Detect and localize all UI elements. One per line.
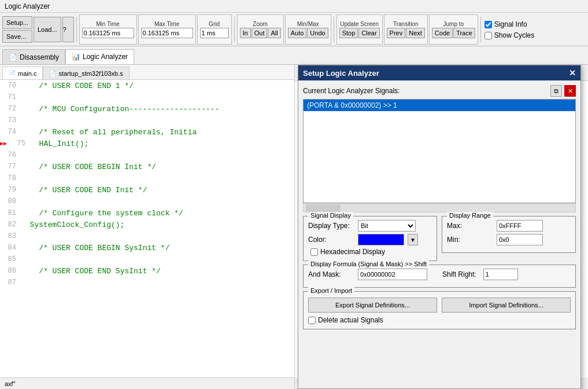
save-button[interactable]: Save... [2,30,32,43]
zoom-all-button[interactable]: All [268,28,280,38]
line-number: 74 [2,128,21,136]
signal-item-0[interactable]: (PORTA & 0x00000002) >> 1 [304,100,575,111]
modal-title-bar: Setup Logic Analyzer ✕ [298,65,580,80]
auto-button[interactable]: Auto [288,28,307,38]
trace-button[interactable]: Trace [453,28,475,38]
update-label: Update Screen [340,21,379,27]
line-text: /* USER CODE BEGIN Init */ [21,163,156,171]
hex-display-label: Hexadecimal Display [320,248,385,256]
min-input[interactable] [497,234,543,245]
min-time-input[interactable] [82,28,134,38]
import-button[interactable]: Import Signal Definitions... [442,298,571,313]
color-label: Color: [308,236,354,244]
file-tab-main-c-label: main.c [18,70,36,77]
code-line-85: 85 [0,254,294,265]
logic-analyzer-icon: 📊 [72,53,80,61]
line-number: 78 [2,174,21,182]
line-number: 80 [2,197,21,205]
file-tab-main-c[interactable]: 📄 main.c [2,67,43,79]
disassembly-icon: 📄 [9,53,17,61]
color-row: Color: ▼ [308,234,432,245]
undo-button[interactable]: Undo [307,28,328,38]
code-editor: 📄 main.c 📄 startup_stm32f103xb.s 70 /* U… [0,65,295,389]
zoom-in-button[interactable]: In [240,28,251,38]
max-time-section: Max Time [138,14,196,45]
load-button[interactable]: Load... [34,17,61,42]
code-line-87: 87 [0,277,294,288]
display-type-select[interactable]: Bit Unsigned Signed Hex [358,220,416,232]
color-dropdown-button[interactable]: ▼ [408,234,418,245]
grid-input[interactable] [200,28,229,38]
line-text: /* USER CODE END Init */ [21,186,147,195]
clear-button[interactable]: Clear [358,28,379,38]
transition-label: Transition [393,21,419,27]
hex-display-checkbox[interactable] [310,248,318,256]
signal-info-checkbox[interactable] [485,21,492,28]
tab-logic-analyzer-label: Logic Analyzer [83,53,128,61]
signal-delete-button[interactable]: ✕ [564,85,576,97]
setup-button[interactable]: Setup... [2,16,32,29]
show-cycles-checkbox[interactable] [485,32,492,39]
minmax-section: Min/Max Auto Undo [285,14,331,45]
line-number: 85 [2,255,21,263]
tab-logic-analyzer[interactable]: 📊 Logic Analyzer [65,49,134,64]
stop-button[interactable]: Stop [339,28,358,38]
line-number: 76 [2,151,21,159]
code-button[interactable]: Code [432,28,453,38]
signal-display-legend: Signal Display [308,212,353,219]
display-type-label: Display Type: [308,222,354,230]
zoom-out-button[interactable]: Out [252,28,268,38]
line-number: 86 [2,267,21,275]
color-swatch[interactable] [358,234,404,245]
prev-button[interactable]: Prev [387,28,406,38]
signal-copy-button[interactable]: ⧉ [550,85,562,97]
line-number: 83 [2,232,21,240]
show-cycles-label: Show Cycles [494,31,534,39]
delete-checkbox[interactable] [308,317,316,324]
status-text: axf" [5,380,16,387]
line-text: /* Reset of all peripherals, Initia [21,128,197,137]
main-content: 📄 main.c 📄 startup_stm32f103xb.s 70 /* U… [0,65,588,389]
grid-section: Grid [197,14,232,45]
zoom-section: Zoom In Out All [237,14,284,45]
code-line-72: 72 /* MCU Configuration-----------------… [0,103,294,115]
code-line-80: 80 [0,196,294,207]
file-tab-startup-label: startup_stm32f103xb.s [58,70,123,77]
zoom-label: Zoom [253,21,268,27]
shift-right-input[interactable] [483,269,518,280]
export-button[interactable]: Export Signal Definitions... [308,298,437,313]
modal-close-button[interactable]: ✕ [569,68,576,78]
help-button[interactable]: ? [62,17,74,42]
setup-modal: Setup Logic Analyzer ✕ Current Logic Ana… [298,65,581,389]
code-line-79: 79 /* USER CODE END Init */ [0,184,294,196]
grid-label: Grid [209,21,220,27]
code-line-82: 82 SystemClock_Config(); [0,219,294,230]
signals-scrollbar[interactable] [303,203,576,212]
file-icon-main: 📄 [9,70,16,76]
max-input[interactable] [497,220,543,232]
code-line-78: 78 [0,173,294,184]
max-time-input[interactable] [141,28,193,38]
delete-label: Delete actual Signals [318,316,383,324]
next-button[interactable]: Next [406,28,425,38]
line-text: /* Configure the system clock */ [21,209,183,218]
display-range-col: Display Range Max: Min: [442,212,576,261]
line-number: 71 [2,93,21,101]
max-time-label: Max Time [154,21,179,27]
signal-info-row: Signal Info [485,20,534,28]
line-number: 77 [2,163,21,171]
signals-list[interactable]: (PORTA & 0x00000002) >> 1 [303,99,576,203]
separator-1 [76,17,77,42]
and-mask-input[interactable] [358,269,427,280]
code-line-84: 84 /* USER CODE BEGIN SysInit */ [0,242,294,254]
tab-disassembly[interactable]: 📄 Disassembly [2,49,65,64]
tab-disassembly-label: Disassembly [20,53,59,61]
line-text: /* MCU Configuration-------------------- [21,105,219,113]
line-number: 73 [2,116,21,124]
display-range-group: Display Range Max: Min: [442,216,576,253]
line-number: 79 [2,186,21,194]
file-tab-startup[interactable]: 📄 startup_stm32f103xb.s [43,67,129,79]
code-content[interactable]: 70 /* USER CODE END 1 */7172 /* MCU Conf… [0,80,294,389]
code-line-77: 77 /* USER CODE BEGIN Init */ [0,161,294,173]
jumpto-label: Jump to [443,21,464,27]
